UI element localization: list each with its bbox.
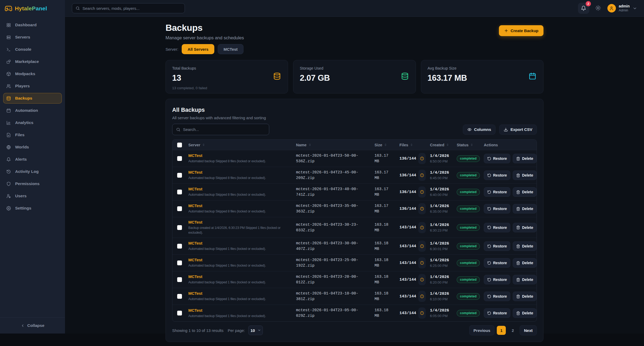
- restore-button[interactable]: Restore: [484, 170, 510, 180]
- files-warning-icon[interactable]: [418, 274, 426, 285]
- delete-button[interactable]: Delete: [513, 223, 537, 232]
- column-header-created[interactable]: Created: [426, 143, 452, 147]
- column-header-actions: Actions: [480, 143, 537, 147]
- restore-button[interactable]: Restore: [484, 258, 510, 268]
- server-filter-all-servers[interactable]: All Servers: [182, 44, 214, 54]
- restore-icon: [487, 294, 491, 298]
- sidebar-item-files[interactable]: Files: [3, 130, 62, 140]
- row-checkbox[interactable]: [172, 173, 184, 178]
- column-header-server[interactable]: Server: [184, 143, 292, 147]
- previous-page-button[interactable]: Previous: [469, 325, 494, 335]
- delete-button[interactable]: Delete: [513, 275, 537, 284]
- row-server[interactable]: MCTest: [188, 274, 292, 279]
- files-warning-icon[interactable]: [418, 153, 426, 164]
- row-server[interactable]: MCTest: [188, 258, 292, 262]
- files-warning-icon[interactable]: [418, 257, 426, 268]
- row-server[interactable]: MCTest: [188, 203, 292, 208]
- sidebar-item-console[interactable]: Console: [3, 44, 62, 55]
- row-checkbox[interactable]: [172, 294, 184, 299]
- row-checkbox[interactable]: [172, 260, 184, 265]
- page-button-2[interactable]: 2: [508, 326, 517, 335]
- column-header-name[interactable]: Name: [292, 143, 370, 147]
- restore-button[interactable]: Restore: [484, 308, 510, 318]
- user-menu[interactable]: admin Admin: [607, 4, 637, 12]
- sidebar-item-analytics[interactable]: Analytics: [3, 117, 62, 128]
- restore-button[interactable]: Restore: [484, 275, 510, 284]
- delete-button[interactable]: Delete: [513, 258, 537, 268]
- server-filter-mctest[interactable]: MCTest: [218, 44, 243, 54]
- row-checkbox[interactable]: [172, 277, 184, 282]
- create-backup-button[interactable]: Create Backup: [499, 25, 543, 36]
- notifications-button[interactable]: 2: [578, 3, 589, 14]
- row-server[interactable]: MCTest: [188, 153, 292, 158]
- row-server[interactable]: MCTest: [188, 220, 292, 224]
- files-warning-icon[interactable]: [418, 241, 426, 252]
- column-header-files[interactable]: Files: [395, 143, 426, 147]
- page-button-1[interactable]: 1: [497, 326, 506, 335]
- restore-icon: [487, 225, 491, 229]
- delete-button[interactable]: Delete: [513, 187, 537, 197]
- row-checkbox[interactable]: [172, 225, 184, 230]
- row-time: 6:45:00 PM: [430, 176, 452, 180]
- row-server[interactable]: MCTest: [188, 241, 292, 245]
- sidebar-item-modpacks[interactable]: Modpacks: [3, 69, 62, 79]
- sidebar-item-alerts[interactable]: Alerts: [3, 154, 62, 165]
- restore-button[interactable]: Restore: [484, 241, 510, 251]
- files-warning-icon[interactable]: [418, 170, 426, 181]
- sidebar-item-backups[interactable]: Backups: [3, 93, 62, 104]
- row-time: 6:40:00 PM: [430, 193, 452, 197]
- sidebar-item-marketplace[interactable]: Marketplace: [3, 56, 62, 67]
- row-server[interactable]: MCTest: [188, 187, 292, 191]
- table-row: MCTestAutomated backup Skipped 8 files (…: [172, 183, 537, 200]
- row-checkbox[interactable]: [172, 190, 184, 194]
- restore-button[interactable]: Restore: [484, 223, 510, 232]
- sidebar-item-worlds[interactable]: Worlds: [3, 142, 62, 152]
- sidebar-item-activity-log[interactable]: Activity Log: [3, 166, 62, 177]
- per-page-select[interactable]: 10: [248, 326, 263, 335]
- files-warning-icon[interactable]: [418, 203, 426, 214]
- row-checkbox[interactable]: [172, 244, 184, 249]
- sidebar-item-permissions[interactable]: Permissions: [3, 178, 62, 189]
- delete-button[interactable]: Delete: [513, 154, 537, 163]
- row-checkbox[interactable]: [172, 206, 184, 211]
- column-header-size[interactable]: Size: [370, 143, 395, 147]
- row-server[interactable]: MCTest: [188, 170, 292, 174]
- restore-button[interactable]: Restore: [484, 292, 510, 301]
- delete-button[interactable]: Delete: [513, 308, 537, 318]
- row-checkbox[interactable]: [172, 156, 184, 161]
- delete-button[interactable]: Delete: [513, 241, 537, 251]
- restore-button[interactable]: Restore: [484, 187, 510, 197]
- restore-icon: [487, 173, 491, 177]
- global-search-input[interactable]: [82, 6, 181, 11]
- global-search[interactable]: [72, 3, 185, 13]
- restore-button[interactable]: Restore: [484, 154, 510, 163]
- delete-button[interactable]: Delete: [513, 292, 537, 301]
- columns-button[interactable]: Columns: [463, 125, 495, 135]
- next-page-button[interactable]: Next: [520, 325, 537, 335]
- select-all-checkbox[interactable]: [172, 143, 184, 147]
- restore-button[interactable]: Restore: [484, 204, 510, 213]
- theme-toggle-button[interactable]: [595, 5, 602, 11]
- files-warning-icon[interactable]: [418, 186, 426, 198]
- sidebar-item-automation[interactable]: Automation: [3, 105, 62, 116]
- bell-icon: [6, 157, 11, 162]
- files-warning-icon[interactable]: [418, 291, 426, 302]
- column-header-status[interactable]: Status: [452, 143, 480, 147]
- files-warning-icon[interactable]: [418, 222, 426, 233]
- sidebar-item-servers[interactable]: Servers: [3, 32, 62, 42]
- files-warning-icon[interactable]: [418, 307, 426, 319]
- sort-icon: [384, 143, 387, 146]
- delete-button[interactable]: Delete: [513, 204, 537, 213]
- delete-button[interactable]: Delete: [513, 170, 537, 180]
- sidebar-item-players[interactable]: Players: [3, 81, 62, 91]
- row-server[interactable]: MCTest: [188, 291, 292, 296]
- sidebar-item-settings[interactable]: Settings: [3, 203, 62, 213]
- table-search[interactable]: [172, 124, 269, 135]
- row-server[interactable]: MCTest: [188, 308, 292, 313]
- export-csv-button[interactable]: Export CSV: [499, 125, 537, 135]
- sidebar-item-dashboard[interactable]: Dashboard: [3, 20, 62, 30]
- sidebar-collapse-button[interactable]: Collapse: [0, 317, 65, 334]
- table-search-input[interactable]: [183, 127, 265, 132]
- row-checkbox[interactable]: [172, 311, 184, 315]
- sidebar-item-users[interactable]: Users: [3, 191, 62, 201]
